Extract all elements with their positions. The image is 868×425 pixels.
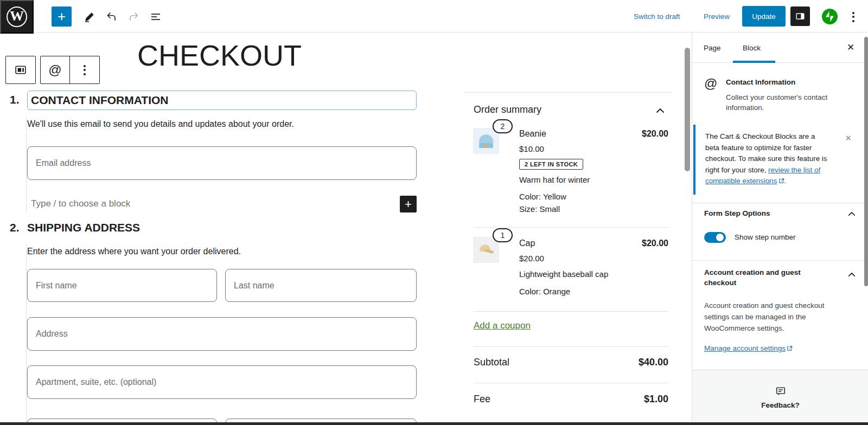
close-sidebar-button[interactable]: ✕ [847, 42, 854, 53]
collapse-panel-button[interactable] [847, 271, 856, 279]
feedback-button[interactable]: Feedback? [692, 370, 868, 424]
at-sign-icon: @ [48, 62, 61, 78]
wordpress-logo-button[interactable]: W [0, 0, 34, 34]
external-link-icon [778, 178, 784, 184]
jetpack-icon [822, 9, 838, 24]
item-divider [474, 227, 668, 228]
email-address-input[interactable] [27, 146, 417, 180]
tab-block[interactable]: Block [743, 33, 761, 63]
comment-icon [775, 385, 787, 397]
block-appender-placeholder[interactable]: Type / to choose a block [31, 198, 130, 209]
unit-price: $10.00 [519, 144, 544, 153]
account-panel-description: Account creation and guest checkout sett… [704, 300, 850, 334]
product-attribute: Color: Orange [519, 287, 570, 296]
editor-header: W + Switch to d [0, 0, 868, 33]
step-1-heading-selected[interactable]: CONTACT INFORMATION [27, 91, 417, 110]
show-step-number-toggle[interactable] [704, 232, 726, 243]
step-2-number: 2. [10, 221, 20, 234]
product-name: Cap [519, 239, 535, 248]
manage-account-settings-link[interactable]: Manage account settings [704, 344, 786, 352]
switch-to-draft-button[interactable]: Switch to draft [634, 0, 680, 33]
plus-icon: + [58, 8, 66, 25]
preview-button[interactable]: Preview [704, 0, 730, 33]
product-attribute: Size: Small [519, 204, 560, 214]
page-title[interactable]: CHECKOUT [137, 38, 302, 72]
quantity-badge: 2 [493, 119, 513, 133]
order-summary-top-border [464, 92, 673, 93]
fee-label: Fee [474, 394, 490, 405]
section-divider [474, 346, 668, 347]
last-name-input[interactable] [225, 269, 417, 302]
block-options-button[interactable] [70, 56, 99, 83]
close-icon: ✕ [847, 42, 854, 53]
undo-button[interactable] [102, 8, 120, 26]
product-attribute: Color: Yellow [519, 192, 566, 201]
kebab-menu-icon [84, 65, 86, 67]
external-link-icon [787, 345, 793, 351]
order-summary-collapse-button[interactable] [655, 107, 665, 115]
step-1-number: 1. [10, 93, 20, 106]
sidebar-panel-icon [794, 10, 806, 22]
options-menu-button[interactable] [846, 10, 860, 24]
block-card-description: Collect your customer's contact informat… [726, 92, 852, 113]
checkout-block-icon [14, 63, 28, 77]
fee-value: $1.00 [644, 394, 668, 405]
step-divider-line [26, 244, 27, 422]
tools-button[interactable] [80, 8, 99, 26]
block-toolbar-parent [5, 56, 36, 84]
subtotal-value: $40.00 [639, 357, 668, 368]
first-name-input[interactable] [27, 269, 217, 302]
feedback-label: Feedback? [761, 401, 800, 409]
tab-page[interactable]: Page [704, 33, 721, 63]
sidebar-tabs: Page Block ✕ [692, 33, 868, 63]
step-divider-line [26, 117, 27, 212]
block-toolbar: @ [40, 56, 100, 84]
chevron-up-icon [847, 272, 856, 278]
redo-button[interactable] [125, 8, 143, 26]
step-2-description[interactable]: Enter the address where you want your or… [27, 247, 241, 256]
beta-feature-notice: The Cart & Checkout Blocks are a beta fe… [693, 125, 851, 195]
address-input[interactable] [27, 317, 417, 351]
step-1-description[interactable]: We'll use this email to send you details… [27, 119, 294, 129]
select-parent-block-button[interactable] [6, 56, 35, 83]
settings-sidebar: Page Block ✕ @ Contact Information Colle… [692, 33, 868, 425]
redo-arrow-icon [127, 10, 141, 23]
plus-icon: + [405, 198, 412, 210]
wordpress-editor: W + Switch to d [0, 0, 868, 425]
active-tab-indicator [733, 61, 775, 63]
close-icon: ✕ [845, 133, 852, 143]
apartment-input[interactable] [27, 365, 417, 399]
product-description: Warm hat for winter [519, 175, 590, 184]
block-inserter-button[interactable]: + [52, 7, 72, 27]
beanie-illustration [479, 134, 493, 148]
jetpack-button[interactable] [822, 9, 838, 24]
subtotal-label: Subtotal [474, 357, 509, 368]
toggle-knob [716, 234, 724, 241]
section-divider [474, 383, 668, 383]
sidebar-scrollbar-thumb[interactable] [864, 37, 868, 286]
product-name: Beanie [519, 129, 546, 139]
manage-account-settings-row: Manage account settings [704, 343, 793, 353]
document-overview-button[interactable] [146, 8, 165, 26]
collapse-panel-button[interactable] [847, 210, 856, 218]
account-panel-header[interactable]: Account creation and guest checkout [704, 267, 834, 288]
contact-information-block-button[interactable]: @ [41, 56, 70, 83]
form-step-options-header[interactable]: Form Step Options [704, 209, 770, 217]
add-coupon-link[interactable]: Add a coupon [474, 320, 531, 331]
stock-badge: 2 LEFT IN STOCK [519, 159, 583, 170]
canvas-scrollbar-thumb[interactable] [685, 48, 690, 171]
kebab-menu-icon [852, 12, 854, 14]
step-2-heading[interactable]: SHIPPING ADDRESS [27, 221, 140, 234]
chevron-up-icon [655, 107, 665, 114]
list-view-icon [149, 10, 162, 23]
toggle-label: Show step number [735, 233, 796, 241]
line-total: $20.00 [642, 239, 668, 248]
panel-divider [692, 203, 868, 203]
update-button[interactable]: Update [742, 6, 786, 27]
window-bottom-edge [0, 422, 868, 425]
add-block-button[interactable]: + [400, 196, 417, 212]
unit-price: $20.00 [519, 254, 544, 263]
settings-sidebar-toggle-button[interactable] [790, 7, 810, 26]
dismiss-notice-button[interactable]: ✕ [845, 133, 852, 143]
panel-divider [692, 260, 868, 261]
